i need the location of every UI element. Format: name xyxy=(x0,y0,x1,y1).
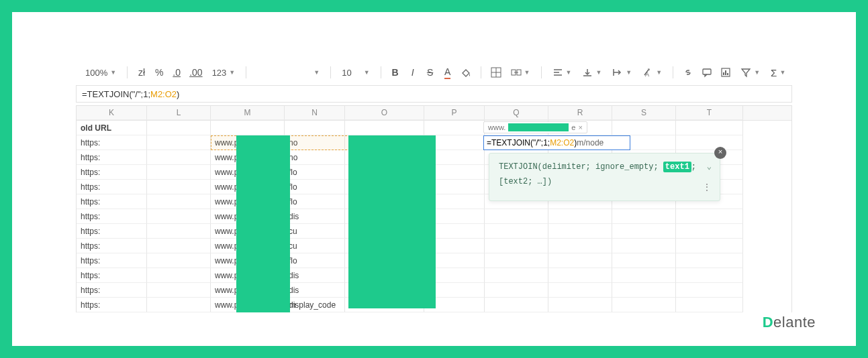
cell[interactable]: https: xyxy=(77,298,147,312)
cell[interactable] xyxy=(485,268,548,283)
column-header-R[interactable]: R xyxy=(548,106,612,120)
cell[interactable]: ne xyxy=(345,180,424,194)
merge-cells-dropdown[interactable]: ▼ xyxy=(507,64,534,80)
cell[interactable] xyxy=(676,298,743,312)
chevron-down-icon[interactable]: ⌄ xyxy=(707,160,712,175)
cell[interactable]: https: xyxy=(77,194,147,209)
fill-color-button[interactable] xyxy=(458,64,474,80)
cell[interactable] xyxy=(424,283,485,298)
cell[interactable] xyxy=(548,224,612,239)
cell[interactable] xyxy=(147,224,211,239)
cell[interactable] xyxy=(612,253,676,268)
cell[interactable] xyxy=(485,283,548,298)
cell[interactable] xyxy=(147,135,211,150)
decrease-decimal-button[interactable]: .0 xyxy=(169,64,184,80)
percent-button[interactable]: % xyxy=(152,64,166,80)
cell[interactable]: display_code xyxy=(285,298,345,312)
cell[interactable] xyxy=(548,209,612,224)
cell[interactable]: https: xyxy=(77,239,147,253)
more-options-icon[interactable]: ⋮ xyxy=(702,180,712,196)
cell[interactable]: https: xyxy=(77,180,147,194)
cell[interactable] xyxy=(285,121,345,135)
cell[interactable]: https: xyxy=(77,165,147,180)
cell[interactable] xyxy=(345,224,424,239)
column-header-K[interactable]: K xyxy=(77,106,147,120)
cell[interactable]: https: xyxy=(77,253,147,268)
insert-chart-button[interactable] xyxy=(718,64,734,80)
cell[interactable]: dis xyxy=(285,209,345,224)
cell[interactable]: flo xyxy=(285,180,345,194)
cell[interactable]: www.pt.com xyxy=(211,165,285,180)
cell[interactable] xyxy=(612,224,676,239)
cell[interactable]: www.pt.com xyxy=(211,135,285,150)
cell[interactable]: no xyxy=(285,135,345,150)
text-color-button[interactable]: A xyxy=(440,64,455,80)
cell[interactable] xyxy=(345,209,424,224)
more-formats-dropdown[interactable]: 123 ▼ xyxy=(208,64,240,80)
cell[interactable] xyxy=(345,165,424,180)
cell[interactable]: www.pt.com xyxy=(211,253,285,268)
cell[interactable] xyxy=(147,268,211,283)
cell[interactable] xyxy=(147,239,211,253)
cell[interactable]: https: xyxy=(77,224,147,239)
cell[interactable] xyxy=(424,121,485,135)
cell[interactable] xyxy=(424,209,485,224)
cell[interactable] xyxy=(345,298,424,312)
cell[interactable]: ne xyxy=(345,194,424,209)
cell[interactable] xyxy=(676,283,743,298)
cell[interactable] xyxy=(485,224,548,239)
bold-button[interactable]: B xyxy=(388,64,403,80)
cell[interactable] xyxy=(485,298,548,312)
cell[interactable]: www.pt.com xyxy=(211,150,285,165)
cell[interactable] xyxy=(676,209,743,224)
cell[interactable] xyxy=(612,239,676,253)
cell[interactable] xyxy=(424,194,485,209)
filter-dropdown[interactable]: ▼ xyxy=(736,64,764,80)
borders-button[interactable] xyxy=(488,64,504,80)
cell[interactable]: cu xyxy=(285,239,345,253)
cell[interactable] xyxy=(424,253,485,268)
cell[interactable] xyxy=(147,194,211,209)
cell[interactable]: https: xyxy=(77,283,147,298)
spreadsheet[interactable]: KLMNOPQRST old URLhttps:www.pt.comnohttp… xyxy=(76,105,792,312)
cell[interactable] xyxy=(676,224,743,239)
cell[interactable]: flo xyxy=(285,194,345,209)
cell[interactable]: dis xyxy=(285,268,345,283)
cell[interactable] xyxy=(612,121,676,135)
cell[interactable] xyxy=(485,209,548,224)
column-header-N[interactable]: N xyxy=(285,106,345,120)
cell[interactable] xyxy=(211,121,285,135)
cell[interactable]: www.prosperplast.com xyxy=(211,298,285,312)
cell[interactable] xyxy=(424,298,485,312)
cell[interactable] xyxy=(612,268,676,283)
cell[interactable] xyxy=(424,224,485,239)
cell[interactable] xyxy=(345,253,424,268)
cell[interactable] xyxy=(345,283,424,298)
cell[interactable] xyxy=(676,253,743,268)
cell[interactable] xyxy=(485,253,548,268)
cell[interactable]: old URL xyxy=(77,121,147,135)
cell[interactable] xyxy=(147,121,211,135)
cell[interactable] xyxy=(147,180,211,194)
cell[interactable]: www.pt.com xyxy=(211,224,285,239)
cell[interactable] xyxy=(147,150,211,165)
cell[interactable]: flo xyxy=(285,165,345,180)
cell[interactable] xyxy=(147,283,211,298)
italic-button[interactable]: I xyxy=(405,64,420,80)
column-header-Q[interactable]: Q xyxy=(485,106,548,120)
column-header-L[interactable]: L xyxy=(147,106,211,120)
column-header-M[interactable]: M xyxy=(211,106,285,120)
cell[interactable]: www.pt.com xyxy=(211,268,285,283)
currency-button[interactable]: zł xyxy=(134,64,149,80)
insert-link-button[interactable] xyxy=(680,64,696,80)
rotate-dropdown[interactable]: A ▼ xyxy=(638,64,666,80)
functions-dropdown[interactable]: Σ ▼ xyxy=(767,64,789,80)
font-dropdown[interactable]: ▼ xyxy=(309,64,324,80)
font-size-dropdown[interactable]: 10 ▼ xyxy=(338,64,373,80)
cell[interactable] xyxy=(424,135,485,150)
cell[interactable] xyxy=(548,268,612,283)
cell[interactable] xyxy=(612,283,676,298)
cell[interactable] xyxy=(424,268,485,283)
v-align-dropdown[interactable]: ▼ xyxy=(578,64,606,80)
cell[interactable] xyxy=(345,121,424,135)
